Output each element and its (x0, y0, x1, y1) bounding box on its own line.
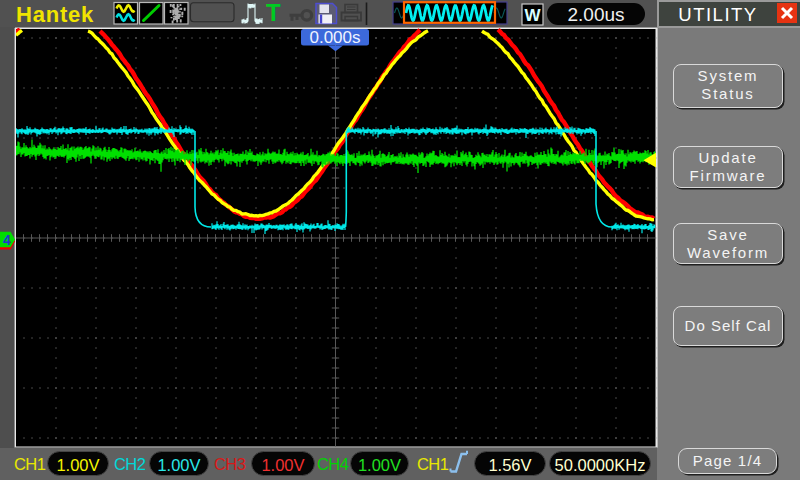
svg-text:0.000s: 0.000s (309, 28, 360, 47)
svg-text:T: T (266, 0, 281, 26)
svg-text:2.00us: 2.00us (567, 4, 624, 25)
svg-text:W: W (524, 6, 541, 25)
svg-text:4: 4 (3, 232, 11, 248)
